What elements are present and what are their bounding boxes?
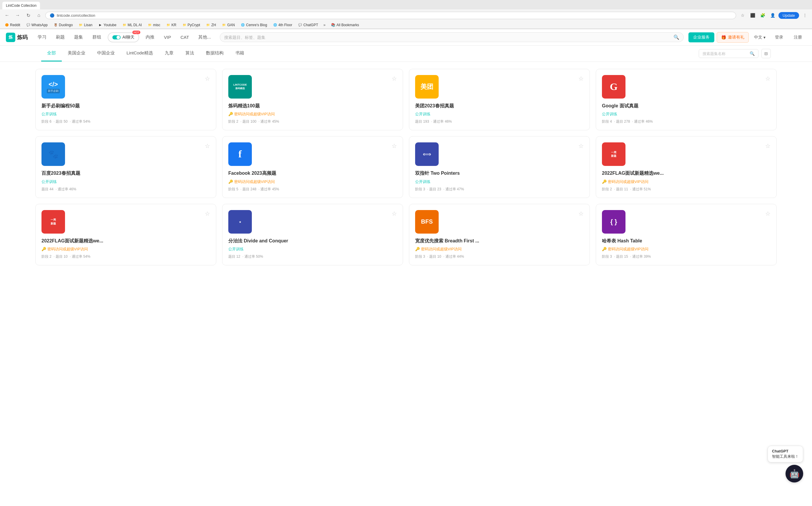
card-stage: 阶段 2 bbox=[228, 119, 238, 123]
card-access: 🔑 密码访问或超级VIP访问 bbox=[228, 111, 397, 117]
nav-practice[interactable]: 刷题 bbox=[52, 32, 69, 43]
collection-search-input[interactable] bbox=[703, 52, 750, 56]
logo[interactable]: 炼 炼码 bbox=[6, 33, 28, 42]
collection-card-2[interactable]: LINTCODE炼码精选 ☆ 炼码精选100题 🔑 密码访问或超级VIP访问 阶… bbox=[222, 69, 403, 130]
favorite-button[interactable]: ☆ bbox=[578, 142, 584, 150]
chatgpt-robot-button[interactable]: 🤖 bbox=[786, 465, 803, 483]
collection-card-4[interactable]: G ☆ Google 面试真题 公开训练 阶段 4 · 题目 278 · 通过率… bbox=[596, 69, 777, 130]
favorite-button[interactable]: ☆ bbox=[205, 210, 210, 217]
bookmark-misc[interactable]: 📁 misc bbox=[145, 22, 163, 28]
cat-tab-cn[interactable]: 中国企业 bbox=[91, 46, 121, 62]
bookmark-mldlai[interactable]: 📁 ML DL AI bbox=[120, 22, 144, 28]
search-bar[interactable]: 🔍 bbox=[220, 32, 684, 42]
card-access: 公开训练 bbox=[228, 247, 397, 252]
favorite-button[interactable]: ☆ bbox=[765, 210, 771, 217]
nav-vip[interactable]: VIP bbox=[160, 32, 175, 42]
update-button[interactable]: Update bbox=[779, 12, 799, 19]
bookmark-cemre[interactable]: 🌐 Cemre's Blog bbox=[238, 22, 269, 28]
collection-card-5[interactable]: 🐾 ☆ 百度2023春招真题 公开训练 题目 44 · 通过率 46% bbox=[35, 136, 216, 198]
nav-collection[interactable]: 题集 bbox=[70, 32, 87, 43]
language-button[interactable]: 中文 ▾ bbox=[751, 33, 769, 42]
lang-label: 中文 bbox=[754, 35, 762, 40]
favorite-button[interactable]: ☆ bbox=[205, 75, 210, 82]
collection-card-6[interactable]: f ☆ Facebook 2023高频题 🔑 密码访问或超级VIP访问 阶段 5… bbox=[222, 136, 403, 198]
collection-card-1[interactable]: </>新手必刷 ☆ 新手必刷编程50题 公开训练 阶段 6 · 题目 50 · … bbox=[35, 69, 216, 130]
cat-tab-us[interactable]: 美国企业 bbox=[62, 46, 91, 62]
cat-tab-jiuzhang[interactable]: 九章 bbox=[159, 46, 179, 62]
login-button[interactable]: 登录 bbox=[771, 33, 787, 42]
card-problems: 题目 44 bbox=[41, 187, 54, 191]
card-access: 公开训练 bbox=[415, 111, 584, 117]
cat-tab-lintcode[interactable]: LintCode精选 bbox=[121, 46, 159, 62]
bookmark-star-button[interactable]: ☆ bbox=[738, 11, 747, 19]
nav-study[interactable]: 学习 bbox=[33, 32, 51, 43]
bookmarks-more-icon[interactable]: » bbox=[322, 22, 327, 28]
top-nav: 炼 炼码 学习 刷题 题集 群组 AI聊天 HOT 内推 VIP CAT 其他.… bbox=[0, 29, 812, 46]
cat-tab-algorithm[interactable]: 算法 bbox=[179, 46, 200, 62]
search-button[interactable]: 🔍 bbox=[673, 34, 679, 40]
reload-button[interactable]: ↻ bbox=[24, 11, 32, 19]
nav-referral[interactable]: 内推 bbox=[142, 32, 159, 43]
nav-group[interactable]: 群组 bbox=[88, 32, 105, 43]
card-stage: 阶段 6 bbox=[41, 119, 52, 123]
collection-search[interactable]: 🔍 bbox=[699, 49, 758, 58]
bookmark-duolingo[interactable]: 🦉 Duolingo bbox=[51, 22, 75, 28]
profile-button[interactable]: 👤 bbox=[769, 11, 777, 19]
back-button[interactable]: ← bbox=[3, 11, 11, 19]
chatgpt-text-bubble: ChatGPT 智能工具来啦！ bbox=[768, 446, 803, 462]
menu-button[interactable]: ⋮ bbox=[801, 11, 809, 19]
bookmark-chatgpt[interactable]: 💬 ChatGPT bbox=[296, 22, 321, 28]
cat-tab-books[interactable]: 书籍 bbox=[230, 46, 250, 62]
card-passrate: 通过率 54% bbox=[72, 119, 90, 123]
bookmark-whatsapp[interactable]: 💬 WhatsApp bbox=[24, 22, 50, 28]
register-button[interactable]: 注册 bbox=[790, 33, 806, 42]
ai-chat-button[interactable]: AI聊天 HOT bbox=[108, 32, 139, 43]
nav-cat[interactable]: CAT bbox=[176, 32, 193, 42]
card-problems: 题目 15 bbox=[616, 254, 628, 259]
category-bar: 全部 美国企业 中国企业 LintCode精选 九章 算法 数据结构 书籍 🔍 … bbox=[0, 46, 812, 62]
favorite-button[interactable]: ☆ bbox=[578, 210, 584, 217]
favorite-button[interactable]: ☆ bbox=[765, 75, 771, 82]
search-input[interactable] bbox=[224, 35, 671, 40]
collection-card-12[interactable]: { } ☆ 哈希表 Hash Table 🔑 密码访问或超级VIP访问 阶段 3… bbox=[596, 204, 777, 265]
card-access: 🔑 密码访问或超级VIP访问 bbox=[41, 247, 210, 252]
cat-tab-all[interactable]: 全部 bbox=[41, 46, 62, 62]
collection-card-10[interactable]: ⋆ ☆ 分治法 Divide and Conquer 公开训练 题目 12 · … bbox=[222, 204, 403, 265]
bookmark-youtube[interactable]: ▶ Youtube bbox=[96, 22, 119, 28]
favorite-button[interactable]: ☆ bbox=[391, 142, 397, 150]
enterprise-button[interactable]: 企业服务 bbox=[689, 32, 714, 43]
screenshot-button[interactable]: ⬛ bbox=[748, 11, 757, 19]
cards-container: </>新手必刷 ☆ 新手必刷编程50题 公开训练 阶段 6 · 题目 50 · … bbox=[0, 62, 812, 272]
collection-card-3[interactable]: 美团 ☆ 美团2023春招真题 公开训练 题目 193 · 通过率 46% bbox=[409, 69, 590, 130]
home-button[interactable]: ⌂ bbox=[35, 11, 43, 19]
collection-card-11[interactable]: BFS ☆ 宽度优先搜索 Breadth First ... 🔑 密码访问或超级… bbox=[409, 204, 590, 265]
favorite-button[interactable]: ☆ bbox=[391, 75, 397, 82]
bookmark-pycrypt[interactable]: 📁 PyCrypt bbox=[180, 22, 203, 28]
favorite-button[interactable]: ☆ bbox=[578, 75, 584, 82]
favorite-button[interactable]: ☆ bbox=[205, 142, 210, 150]
bookmark-chatgpt-label: ChatGPT bbox=[303, 23, 318, 27]
bookmark-lisan[interactable]: 📁 Lisan bbox=[76, 22, 95, 28]
browser-tab-active[interactable]: LintCode Collection bbox=[2, 2, 40, 9]
bookmark-zh[interactable]: 📁 ZH bbox=[204, 22, 218, 28]
filter-button[interactable]: ⊟ bbox=[761, 49, 771, 58]
bookmark-gan[interactable]: 📁 GAN bbox=[219, 22, 237, 28]
browser-chrome: LintCode Collection ← → ↻ ⌂ 🔵 lintcode.c… bbox=[0, 0, 812, 29]
collection-card-9[interactable]: 一周新题 ☆ 2022FLAG面试新题精选we... 🔑 密码访问或超级VIP访… bbox=[35, 204, 216, 265]
address-bar[interactable]: 🔵 lintcode.com/collection bbox=[45, 12, 736, 19]
bookmark-4thfloor[interactable]: 🌐 4th Floor bbox=[271, 22, 294, 28]
favorite-button[interactable]: ☆ bbox=[765, 142, 771, 150]
nav-more[interactable]: 其他... bbox=[194, 32, 215, 43]
bookmark-reddit[interactable]: 🟠 Reddit bbox=[2, 22, 23, 28]
invite-button[interactable]: 🎁 邀请有礼 bbox=[717, 32, 749, 43]
collection-card-7[interactable]: ⟺ ☆ 双指针 Two Pointers 公开训练 阶段 3 · 题目 23 ·… bbox=[409, 136, 590, 198]
favorite-button[interactable]: ☆ bbox=[391, 210, 397, 217]
forward-button[interactable]: → bbox=[13, 11, 22, 19]
extensions-button[interactable]: 🧩 bbox=[758, 11, 767, 19]
cat-tab-ds[interactable]: 数据结构 bbox=[200, 46, 230, 62]
collection-card-8[interactable]: 一周新题 ☆ 2022FLAG面试新题精选we... 🔑 密码访问或超级VIP访… bbox=[596, 136, 777, 198]
collection-search-icon[interactable]: 🔍 bbox=[750, 51, 755, 56]
all-bookmarks[interactable]: 📚 All Bookmarks bbox=[329, 22, 362, 28]
bookmark-kr[interactable]: 📁 KR bbox=[164, 22, 179, 28]
card-meta: 阶段 3 · 题目 15 · 通过率 39% bbox=[602, 254, 771, 259]
